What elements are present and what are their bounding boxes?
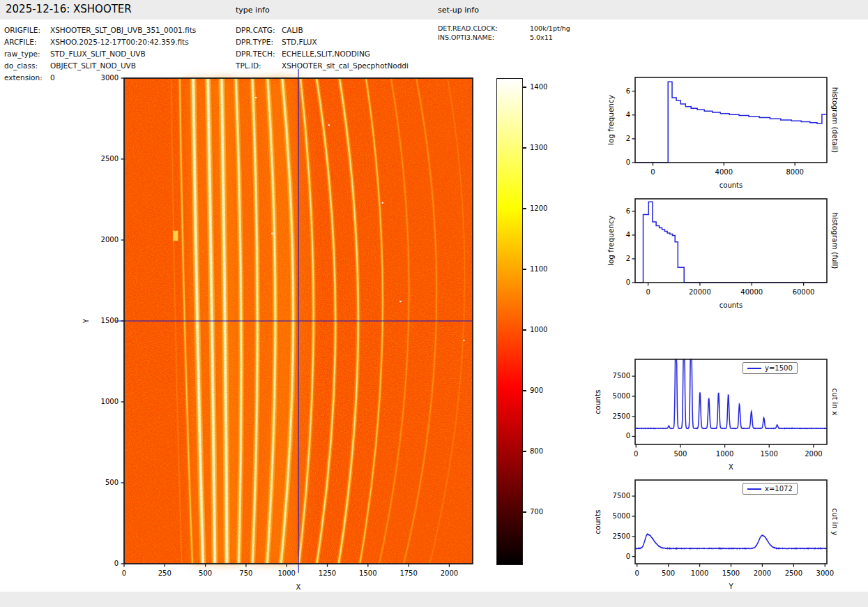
legend-line-sample — [747, 368, 761, 369]
tick-label: 2000 — [798, 450, 829, 458]
tick-mark — [523, 269, 526, 269]
tick-label: 1500 — [716, 569, 747, 578]
meta-row-arcfile: ARCFILE:XSHOO.2025-12-17T00:20:42.359.fi… — [4, 36, 196, 48]
tick-mark — [523, 87, 526, 87]
right-axis-label: cut in x — [831, 346, 839, 458]
cosmic-speck — [271, 233, 273, 234]
x-axis-label: counts — [710, 301, 752, 310]
y-axis-label: log frequency — [607, 199, 615, 283]
meta-label: DPR.TYPE: — [236, 36, 282, 48]
meta-label: extension: — [4, 72, 50, 84]
tick-label: 2000 — [435, 569, 463, 578]
right-axis-label: cut in y — [831, 466, 839, 578]
tick-label: 1000 — [710, 450, 740, 458]
tick-label: 2500 — [93, 155, 119, 163]
y-axis-label: counts — [593, 360, 602, 444]
tick-label: 0 — [620, 450, 651, 458]
legend-line-sample — [747, 488, 761, 490]
colorbar — [496, 78, 523, 565]
right-axis-label: histogram (detail) — [831, 64, 839, 176]
tick-label: 1250 — [314, 569, 342, 578]
histogram-detail-plot — [630, 72, 832, 168]
plot-frame — [635, 77, 827, 163]
legend-label: y=1500 — [765, 364, 793, 372]
tick-label: 500 — [192, 569, 220, 578]
meta-value: CALIB — [282, 26, 303, 34]
meta-row-readclock: DET.READ.CLOCK:100k/1pt/hg — [438, 24, 570, 33]
right-axis-label: histogram (full) — [831, 185, 839, 297]
tick-label: 7500 — [607, 492, 630, 500]
tick-mark — [523, 390, 526, 391]
meta-label: DPR.CATG: — [236, 24, 282, 36]
tick-label: 1500 — [754, 450, 784, 458]
tick-label: 750 — [232, 569, 260, 578]
meta-row-opti3: INS.OPTI3.NAME:5.0x11 — [438, 33, 570, 43]
tick-mark — [523, 451, 526, 451]
tick-label: 2500 — [607, 532, 630, 541]
tick-mark — [523, 208, 526, 209]
setup-info-block: DET.READ.CLOCK:100k/1pt/hg INS.OPTI3.NAM… — [438, 24, 570, 42]
qc-report-page: 2025-12-16: XSHOOTER type info set-up in… — [0, 0, 868, 607]
x-axis-label: X — [710, 463, 752, 472]
cut-in-x-plot — [630, 354, 832, 450]
meta-label: DET.READ.CLOCK: — [438, 24, 530, 33]
x-axis-label: Y — [710, 583, 752, 591]
plot-frame — [635, 480, 827, 564]
tick-label: 3000 — [93, 74, 119, 82]
histogram-full-plot — [630, 193, 832, 288]
plot-frame — [635, 359, 827, 444]
tick-label: 5000 — [607, 392, 630, 400]
tick-label: 1500 — [93, 317, 119, 325]
x-axis-label: X — [284, 583, 312, 592]
tick-label: 0 — [637, 168, 668, 177]
tick-label: 500 — [653, 569, 684, 578]
tick-label: 5000 — [607, 512, 630, 520]
tick-label: 0 — [622, 569, 653, 578]
meta-value: XSHOO.2025-12-17T00:20:42.359.fits — [50, 38, 189, 46]
legend-label: x=1072 — [765, 485, 793, 493]
meta-label: raw_type: — [4, 48, 50, 60]
tick-label: 1000 — [93, 398, 119, 406]
y-axis-label: Y — [82, 279, 91, 363]
plot-line — [635, 202, 827, 283]
tick-label: 1000 — [273, 569, 300, 578]
tick-label: 1400 — [530, 83, 558, 91]
cosmic-speck — [463, 340, 464, 341]
tick-mark — [523, 329, 526, 330]
y-axis-label: counts — [593, 480, 602, 564]
bright-artifact — [173, 231, 178, 241]
tick-label: 40000 — [736, 288, 767, 297]
tick-label: 1000 — [530, 326, 558, 334]
cosmic-speck — [328, 124, 330, 126]
setup-info-heading: set-up info — [438, 6, 479, 15]
tick-label: 500 — [93, 479, 119, 487]
type-info-heading: type info — [236, 6, 270, 15]
meta-value: STD_FLUX_SLIT_NOD_UVB — [50, 50, 146, 58]
tick-label: 8000 — [779, 168, 810, 177]
cut-in-y-plot — [630, 474, 832, 569]
meta-row-rawtype: raw_type:STD_FLUX_SLIT_NOD_UVB — [4, 48, 196, 60]
meta-row-dprtech: DPR.TECH:ECHELLE,SLIT,NODDING — [236, 48, 409, 60]
cosmic-speck — [382, 202, 383, 203]
meta-row-origfile: ORIGFILE:XSHOOTER_SLT_OBJ_UVB_351_0001.f… — [4, 24, 196, 36]
tick-label: 900 — [530, 387, 558, 395]
tick-label: 2500 — [778, 569, 809, 578]
meta-label: do_class: — [4, 60, 50, 72]
plot-line — [635, 82, 827, 163]
plot-frame — [635, 199, 827, 283]
footer-bar: powered by QC: www.eso.org/HC created by… — [0, 592, 868, 607]
tick-label: 7500 — [607, 372, 630, 380]
tick-label: 700 — [530, 508, 558, 516]
tick-label: 0 — [607, 553, 630, 561]
meta-label: INS.OPTI3.NAME: — [438, 33, 530, 43]
tick-label: 1000 — [685, 569, 715, 578]
meta-label: ARCFILE: — [4, 36, 50, 48]
meta-value: STD,FLUX — [282, 38, 317, 46]
tick-label: 2500 — [607, 412, 630, 421]
meta-value: 0 — [50, 73, 55, 82]
plot-line — [635, 534, 827, 549]
tick-label: 60000 — [789, 288, 819, 297]
tick-label: 2000 — [747, 569, 777, 578]
meta-value: ECHELLE,SLIT,NODDING — [282, 50, 370, 58]
meta-label: ORIGFILE: — [4, 24, 50, 36]
